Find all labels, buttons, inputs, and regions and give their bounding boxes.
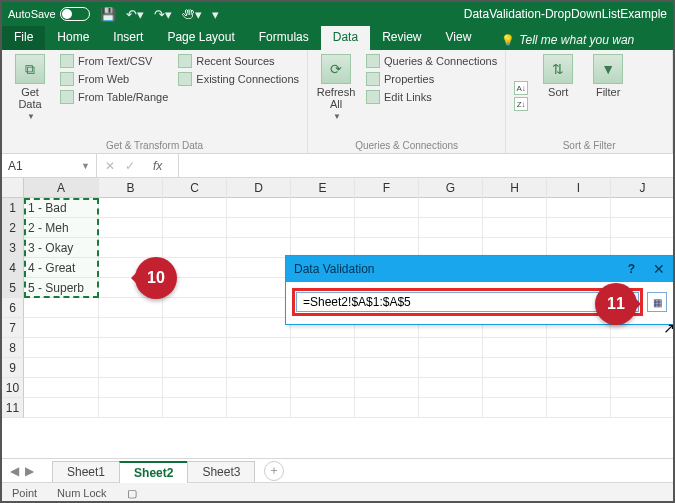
cell[interactable]	[227, 198, 291, 218]
cell[interactable]	[419, 358, 483, 378]
source-input[interactable]	[296, 292, 639, 312]
get-data-button[interactable]: ⧉ Get Data ▼	[10, 54, 50, 138]
cell[interactable]	[99, 298, 163, 318]
cell[interactable]	[291, 218, 355, 238]
sheet-nav[interactable]: ◀▶	[2, 464, 52, 478]
enter-icon[interactable]: ✓	[125, 159, 135, 173]
cell[interactable]: 1 - Bad	[24, 198, 99, 218]
cell[interactable]	[163, 218, 227, 238]
cell[interactable]	[24, 358, 99, 378]
next-sheet-icon[interactable]: ▶	[25, 464, 34, 478]
cell[interactable]	[547, 378, 611, 398]
cell[interactable]	[355, 358, 419, 378]
cell[interactable]	[163, 398, 227, 418]
cell[interactable]	[547, 338, 611, 358]
row-header[interactable]: 4	[2, 258, 24, 278]
cell[interactable]	[24, 338, 99, 358]
cell[interactable]	[419, 338, 483, 358]
col-header[interactable]: D	[227, 178, 291, 198]
col-header[interactable]: A	[24, 178, 99, 198]
col-header[interactable]: C	[163, 178, 227, 198]
cell[interactable]	[547, 198, 611, 218]
cell[interactable]	[163, 378, 227, 398]
tab-view[interactable]: View	[434, 26, 484, 50]
cell[interactable]	[611, 198, 673, 218]
cell[interactable]: 4 - Great	[24, 258, 99, 278]
cell[interactable]	[291, 378, 355, 398]
edit-links-button[interactable]: Edit Links	[366, 90, 497, 104]
cell[interactable]	[547, 398, 611, 418]
cell[interactable]	[227, 358, 291, 378]
cell[interactable]	[419, 218, 483, 238]
cell[interactable]: 3 - Okay	[24, 238, 99, 258]
tell-me-search[interactable]: Tell me what you wan	[489, 26, 673, 50]
row-header[interactable]: 6	[2, 298, 24, 318]
queries-connections-button[interactable]: Queries & Connections	[366, 54, 497, 68]
cell[interactable]	[99, 398, 163, 418]
select-all-corner[interactable]	[2, 178, 24, 198]
from-web-button[interactable]: From Web	[60, 72, 168, 86]
cell[interactable]	[99, 378, 163, 398]
cell[interactable]	[355, 218, 419, 238]
cell[interactable]	[227, 398, 291, 418]
tab-page-layout[interactable]: Page Layout	[155, 26, 246, 50]
cell[interactable]	[99, 318, 163, 338]
cell[interactable]	[291, 198, 355, 218]
expand-dialog-button[interactable]: ▦	[647, 292, 667, 312]
filter-button[interactable]: ▼ Filter	[588, 54, 628, 138]
cell[interactable]	[291, 398, 355, 418]
tab-insert[interactable]: Insert	[101, 26, 155, 50]
cancel-icon[interactable]: ✕	[105, 159, 115, 173]
col-header[interactable]: F	[355, 178, 419, 198]
cell[interactable]	[483, 398, 547, 418]
sort-za-button[interactable]: Z↓	[514, 97, 528, 111]
cell[interactable]	[24, 298, 99, 318]
refresh-all-button[interactable]: ⟳ Refresh All ▼	[316, 54, 356, 138]
cell[interactable]	[547, 218, 611, 238]
cell[interactable]	[611, 338, 673, 358]
cell[interactable]	[611, 358, 673, 378]
tab-home[interactable]: Home	[45, 26, 101, 50]
cell[interactable]	[611, 218, 673, 238]
cell[interactable]	[611, 378, 673, 398]
add-sheet-button[interactable]: ＋	[264, 461, 284, 481]
tab-data[interactable]: Data	[321, 26, 370, 50]
row-header[interactable]: 9	[2, 358, 24, 378]
cell[interactable]	[227, 218, 291, 238]
macro-record-icon[interactable]: ▢	[127, 487, 137, 500]
sort-az-button[interactable]: A↓	[514, 81, 528, 95]
col-header[interactable]: J	[611, 178, 673, 198]
touch-mode-icon[interactable]: 🖑▾	[182, 7, 202, 22]
cell[interactable]	[355, 338, 419, 358]
cell[interactable]	[163, 358, 227, 378]
cell[interactable]	[99, 218, 163, 238]
name-box[interactable]: A1 ▼	[2, 154, 97, 177]
tab-formulas[interactable]: Formulas	[247, 26, 321, 50]
col-header[interactable]: E	[291, 178, 355, 198]
cell[interactable]	[227, 298, 291, 318]
cell[interactable]	[355, 378, 419, 398]
col-header[interactable]: H	[483, 178, 547, 198]
cell[interactable]	[291, 358, 355, 378]
row-header[interactable]: 2	[2, 218, 24, 238]
cell[interactable]	[227, 378, 291, 398]
cell[interactable]	[291, 338, 355, 358]
cell[interactable]	[611, 398, 673, 418]
autosave-toggle[interactable]	[60, 7, 90, 21]
close-button[interactable]: ✕	[653, 261, 665, 277]
sheet-tab[interactable]: Sheet1	[52, 461, 120, 482]
cell[interactable]	[163, 318, 227, 338]
cell[interactable]	[355, 398, 419, 418]
cell[interactable]	[227, 338, 291, 358]
cell[interactable]	[99, 238, 163, 258]
cell[interactable]	[163, 298, 227, 318]
from-text-csv-button[interactable]: From Text/CSV	[60, 54, 168, 68]
from-table-range-button[interactable]: From Table/Range	[60, 90, 168, 104]
cell[interactable]	[419, 198, 483, 218]
row-header[interactable]: 11	[2, 398, 24, 418]
cell[interactable]	[227, 318, 291, 338]
sheet-tab-active[interactable]: Sheet2	[119, 461, 188, 483]
row-header[interactable]: 1	[2, 198, 24, 218]
cell[interactable]	[163, 238, 227, 258]
cell[interactable]	[483, 338, 547, 358]
